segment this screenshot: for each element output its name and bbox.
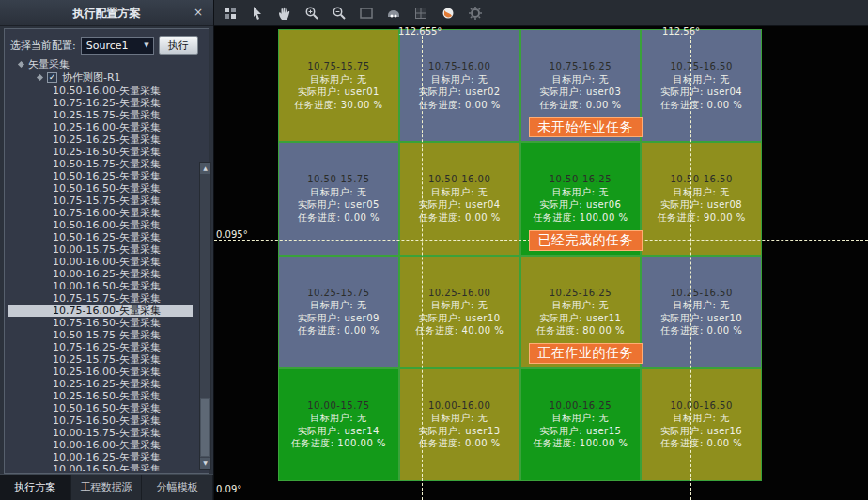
- range: 10.25-16.00: [428, 287, 490, 300]
- tree-scrollbar[interactable]: ▲ ▼: [199, 162, 211, 470]
- task-cell-10.75-15.75[interactable]: 10.75-15.75目标用户: 无实际用户: user01任务进度: 30.0…: [279, 30, 398, 141]
- tree-item[interactable]: 10.25-15.75-矢量采集: [8, 109, 193, 121]
- current-config-label: 选择当前配置:: [10, 39, 76, 53]
- tree-item[interactable]: 10.75-15.75-矢量采集: [8, 292, 193, 305]
- progress-line: 任务进度: 0.00 %: [660, 324, 743, 337]
- tree-item[interactable]: 10.00-16.25-矢量采集: [8, 451, 193, 463]
- range: 10.50-15.75: [307, 173, 369, 186]
- task-cell-10.75-16.50[interactable]: 10.75-16.50目标用户: 无实际用户: user04任务进度: 0.00…: [642, 30, 761, 141]
- scroll-up-icon[interactable]: ▲: [200, 163, 210, 174]
- tree-item[interactable]: 10.75-16.00-矢量采集: [8, 305, 193, 317]
- tree-item[interactable]: 10.50-16.50-矢量采集: [8, 182, 193, 195]
- target-user-line: 目标用户: 无: [310, 412, 366, 425]
- tree-root-label: 矢量采集: [28, 57, 70, 71]
- actual-user-line: 实际用户: user04: [660, 86, 742, 99]
- tree-item-list: 10.50-16.00-矢量采集10.75-16.25-矢量采集10.25-15…: [8, 85, 193, 471]
- tree-item[interactable]: 10.50-15.75-矢量采集: [8, 158, 193, 170]
- zoom-out-icon[interactable]: [331, 5, 348, 22]
- tree-item[interactable]: 10.00-16.00-矢量采集: [8, 439, 193, 451]
- tree-item[interactable]: 10.25-16.50-矢量采集: [8, 146, 193, 158]
- progress-line: 任务进度: 0.00 %: [539, 99, 622, 112]
- tree-item[interactable]: 10.00-15.75-矢量采集: [8, 427, 193, 439]
- tree-root-node[interactable]: 矢量采集: [8, 57, 193, 70]
- close-icon[interactable]: ×: [192, 7, 205, 20]
- tree-item[interactable]: 10.50-15.75-矢量采集: [8, 329, 193, 341]
- actual-user-line: 实际用户: user02: [419, 86, 501, 99]
- tree-item[interactable]: 10.75-16.50-矢量采集: [8, 414, 193, 427]
- tree-expander-icon[interactable]: [37, 73, 43, 80]
- map-toolbar: [214, 0, 868, 26]
- tree-item[interactable]: 10.25-15.75-矢量采集: [8, 353, 193, 366]
- tree-item[interactable]: 10.50-16.25-矢量采集: [8, 231, 193, 243]
- tree-item[interactable]: 10.25-16.00-矢量采集: [8, 366, 193, 378]
- tree-item[interactable]: 10.25-16.25-矢量采集: [8, 378, 193, 390]
- grid-icon[interactable]: [412, 5, 429, 22]
- tree-item[interactable]: 10.50-16.00-矢量采集: [8, 219, 193, 231]
- target-user-line: 目标用户: 无: [674, 299, 730, 312]
- actual-user-line: 实际用户: user04: [419, 198, 501, 211]
- tree-item[interactable]: 10.50-16.50-矢量采集: [8, 402, 193, 414]
- status-badge: 正在作业的任务: [529, 343, 643, 364]
- actual-user-line: 实际用户: user01: [298, 86, 380, 99]
- tree-item[interactable]: 10.00-16.00-矢量采集: [8, 256, 193, 268]
- tree-item[interactable]: 10.75-16.00-矢量采集: [8, 207, 193, 219]
- execution-config-panel: 执行配置方案 × 选择当前配置: Source1 ▼ 执行 矢量采集 ✓: [0, 0, 214, 500]
- pan-hand-icon[interactable]: [276, 5, 293, 22]
- task-cell-10.50-16.00[interactable]: 10.50-16.00目标用户: 无实际用户: user04任务进度: 0.00…: [400, 143, 519, 254]
- task-cell-10.75-16.25[interactable]: 10.75-16.25目标用户: 无实际用户: user03任务进度: 0.00…: [521, 30, 641, 141]
- task-cell-10.50-16.50[interactable]: 10.50-16.50目标用户: 无实际用户: user08任务进度: 90.0…: [642, 143, 761, 254]
- actual-user-line: 实际用户: user16: [660, 425, 742, 438]
- settings-gear-icon[interactable]: [467, 5, 484, 22]
- zoom-in-icon[interactable]: [303, 5, 320, 22]
- tab-inactive[interactable]: 分幅模板: [142, 475, 213, 500]
- scrollbar-thumb[interactable]: [200, 398, 210, 457]
- task-cell-10.50-15.75[interactable]: 10.50-15.75目标用户: 无实际用户: user05任务进度: 0.00…: [279, 143, 398, 254]
- task-cell-10.25-15.75[interactable]: 10.25-15.75目标用户: 无实际用户: user09任务进度: 0.00…: [279, 257, 398, 367]
- application-window: 执行配置方案 × 选择当前配置: Source1 ▼ 执行 矢量采集 ✓: [0, 0, 868, 500]
- task-cell-10.25-16.50[interactable]: 10.25-16.50目标用户: 无实际用户: user10任务进度: 0.00…: [642, 257, 761, 367]
- execute-button[interactable]: 执行: [159, 36, 198, 55]
- task-cell-10.00-16.00[interactable]: 10.00-16.00目标用户: 无实际用户: user13任务进度: 0.00…: [400, 369, 519, 480]
- progress-line: 任务进度: 100.00 %: [533, 437, 628, 450]
- tree-item[interactable]: 10.25-16.25-矢量采集: [8, 133, 193, 146]
- identify-users-icon[interactable]: [385, 5, 402, 22]
- task-cell-10.00-15.75[interactable]: 10.00-15.75目标用户: 无实际用户: user14任务进度: 100.…: [279, 369, 398, 480]
- task-cell-10.25-16.00[interactable]: 10.25-16.00目标用户: 无实际用户: user10任务进度: 40.0…: [400, 257, 519, 367]
- tree-item[interactable]: 10.75-16.25-矢量采集: [8, 341, 193, 353]
- tab-inactive[interactable]: 工程数据源: [71, 475, 143, 500]
- zoom-extent-icon[interactable]: [358, 5, 375, 22]
- select-cursor-icon[interactable]: [249, 5, 266, 22]
- target-user-line: 目标用户: 无: [674, 412, 730, 425]
- tab-active[interactable]: 执行方案: [0, 475, 71, 500]
- tree-item[interactable]: 10.75-16.25-矢量采集: [8, 97, 193, 109]
- scroll-down-icon[interactable]: ▼: [200, 458, 210, 469]
- status-badge: 未开始作业任务: [529, 117, 643, 138]
- globe-icon[interactable]: [440, 5, 457, 22]
- tree-item[interactable]: 10.25-16.50-矢量采集: [8, 390, 193, 402]
- layers-icon[interactable]: [222, 5, 239, 22]
- config-select-dropdown[interactable]: Source1 ▼: [81, 37, 154, 55]
- tree-item[interactable]: 10.50-16.25-矢量采集: [8, 170, 193, 182]
- task-tree: 矢量采集 ✓ 协作测图-R1 10.50-16.00-矢量采集10.75-16.…: [8, 57, 193, 471]
- tree-item[interactable]: 10.75-15.75-矢量采集: [8, 195, 193, 207]
- map-canvas[interactable]: 10.75-15.75目标用户: 无实际用户: user01任务进度: 30.0…: [214, 26, 868, 500]
- progress-line: 任务进度: 90.00 %: [657, 211, 745, 225]
- target-user-line: 目标用户: 无: [310, 299, 366, 312]
- tree-item[interactable]: 10.00-16.25-矢量采集: [8, 268, 193, 280]
- tree-group-node[interactable]: ✓ 协作测图-R1: [8, 70, 193, 84]
- tree-item[interactable]: 10.75-16.50-矢量采集: [8, 317, 193, 329]
- tree-item[interactable]: 10.50-16.00-矢量采集: [8, 85, 193, 97]
- task-cell-10.00-16.25[interactable]: 10.00-16.25目标用户: 无实际用户: user15任务进度: 100.…: [521, 369, 641, 480]
- task-cell-10.00-16.50[interactable]: 10.00-16.50目标用户: 无实际用户: user16任务进度: 0.00…: [642, 369, 761, 480]
- task-cell-10.25-16.25[interactable]: 10.25-16.25目标用户: 无实际用户: user11任务进度: 80.0…: [521, 257, 641, 367]
- task-cell-10.75-16.00[interactable]: 10.75-16.00目标用户: 无实际用户: user02任务进度: 0.00…: [400, 30, 519, 141]
- tree-item[interactable]: 10.00-15.75-矢量采集: [8, 243, 193, 256]
- task-cell-10.50-16.25[interactable]: 10.50-16.25目标用户: 无实际用户: user06任务进度: 100.…: [521, 143, 641, 254]
- tree-item[interactable]: 10.00-16.50-矢量采集: [8, 280, 193, 292]
- tree-item[interactable]: 10.25-16.00-矢量采集: [8, 121, 193, 133]
- group-checkbox[interactable]: ✓: [47, 72, 57, 83]
- tree-item[interactable]: 10.00-16.50-矢量采集: [8, 463, 193, 471]
- progress-line: 任务进度: 100.00 %: [533, 211, 628, 225]
- tree-expander-icon[interactable]: [18, 60, 24, 67]
- range: 10.00-15.75: [307, 399, 369, 413]
